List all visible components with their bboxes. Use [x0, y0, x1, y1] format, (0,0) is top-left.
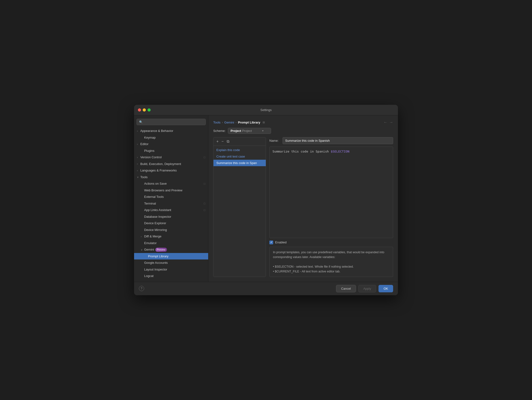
prompt-item-summarize[interactable]: Summarize this code in Span — [214, 160, 266, 166]
sidebar-item-external-tools[interactable]: External Tools — [134, 194, 208, 200]
sidebar-item-label: Emulator — [144, 241, 157, 246]
name-input[interactable] — [283, 137, 393, 144]
sidebar-item-label: Gemini — [144, 247, 154, 252]
scheme-light-value: Project — [242, 129, 252, 133]
search-input[interactable] — [144, 120, 203, 124]
right-panel: Tools › Gemini › Prompt Library ⊟ ← → Sc… — [209, 115, 398, 282]
preview-badge: Preview — [155, 248, 167, 252]
sidebar-item-label: Keymap — [144, 135, 156, 140]
sidebar-item-label: Actions on Save — [144, 181, 167, 186]
prompt-item-label: Summarize this code in Span — [216, 161, 257, 165]
breadcrumb-gemini[interactable]: Gemini — [224, 121, 234, 124]
sidebar-item-label: Device Explorer — [144, 221, 166, 226]
nav-forward-icon[interactable]: → — [389, 120, 393, 124]
remove-prompt-button[interactable]: − — [221, 139, 224, 144]
code-prefix: Summarize this code in Spanish — [272, 150, 331, 153]
sidebar-item-label: Languages & Frameworks — [140, 168, 177, 173]
sidebar-item-prompt-library[interactable]: Prompt Library □ — [134, 253, 208, 260]
copy-prompt-button[interactable]: ⧉ — [226, 139, 230, 144]
sidebar-item-database-inspector[interactable]: Database Inspector — [134, 213, 208, 220]
nav-back-icon[interactable]: ← — [384, 120, 387, 124]
sidebar-item-label: Google Accounts — [144, 260, 168, 265]
breadcrumb-tools[interactable]: Tools — [213, 121, 221, 124]
sidebar-item-label: Web Browsers and Preview — [144, 188, 182, 193]
scheme-bold-value: Project — [230, 129, 241, 133]
cancel-button[interactable]: Cancel — [336, 285, 356, 292]
sidebar-item-editor[interactable]: › Editor — [134, 141, 208, 147]
sidebar-item-app-links[interactable]: App Links Assistant □ — [134, 207, 208, 213]
sidebar-item-emulator[interactable]: Emulator — [134, 240, 208, 247]
sidebar-item-actions-on-save[interactable]: Actions on Save □ — [134, 180, 208, 187]
name-row: Name: — [269, 137, 393, 144]
code-variable: $SELECTION — [331, 150, 349, 153]
sidebar-item-version-control[interactable]: › Version Control □ — [134, 154, 208, 161]
sidebar-item-terminal[interactable]: Terminal □ — [134, 200, 208, 207]
scheme-label: Scheme: — [213, 129, 225, 133]
close-button[interactable] — [138, 108, 141, 112]
prompt-item-unit-test[interactable]: Create unit test case — [214, 153, 266, 160]
footer-left: ? — [139, 286, 144, 291]
sidebar-item-label: Terminal — [144, 201, 156, 206]
help-button[interactable]: ? — [139, 286, 144, 291]
breadcrumb-current: Prompt Library — [238, 121, 260, 124]
enabled-label: Enabled — [275, 241, 287, 244]
sidebar-item-device-explorer[interactable]: Device Explorer — [134, 220, 208, 227]
chevron-down-icon: ∨ — [141, 248, 144, 252]
breadcrumb: Tools › Gemini › Prompt Library ⊟ ← → — [213, 120, 393, 124]
sidebar-item-label: App Links Assistant — [144, 208, 171, 212]
sidebar-tree: › Appearance & Behavior Keymap › Editor … — [134, 127, 208, 282]
chevron-right-icon: › — [141, 235, 144, 238]
info-bullet-1: • $SELECTION - selected text. Whole file… — [273, 264, 390, 269]
scheme-row: Scheme: Project Project ▾ — [213, 128, 393, 134]
info-intro: In prompt templates, you can use predefi… — [273, 250, 390, 260]
page-icon: □ — [204, 254, 205, 258]
sidebar-item-logcat[interactable]: Logcat — [134, 273, 208, 279]
list-toolbar: + − ⧉ — [214, 137, 266, 146]
add-prompt-button[interactable]: + — [215, 139, 220, 144]
window-title: Settings — [260, 108, 272, 112]
code-editor[interactable]: Summarize this code in Spanish $SELECTIO… — [269, 146, 393, 238]
sidebar-item-label: Tools — [140, 175, 147, 180]
sidebar-item-diff-merge[interactable]: › Diff & Merge — [134, 233, 208, 240]
chevron-down-icon: ∨ — [137, 175, 140, 179]
page-icon: □ — [204, 182, 205, 186]
scheme-chevron-icon: ▾ — [262, 129, 264, 132]
chevron-right-icon: › — [137, 129, 140, 133]
info-box: In prompt templates, you can use predefi… — [269, 247, 393, 277]
prompt-list-panel: + − ⧉ Explain this code Create unit test… — [213, 137, 266, 277]
sidebar-item-device-mirroring[interactable]: Device Mirroring — [134, 227, 208, 233]
sidebar-item-layout-inspector[interactable]: Layout Inspector — [134, 266, 208, 273]
breadcrumb-sep-2: › — [235, 121, 236, 124]
minimize-button[interactable] — [143, 108, 146, 112]
apply-button[interactable]: Apply — [358, 285, 376, 292]
scheme-dropdown[interactable]: Project Project ▾ — [228, 128, 271, 134]
breadcrumb-nav: ← → — [384, 120, 393, 124]
page-icon: □ — [204, 155, 205, 159]
chevron-right-icon: › — [137, 162, 140, 166]
maximize-button[interactable] — [147, 108, 151, 112]
sidebar-item-gemini[interactable]: ∨ Gemini Preview — [134, 246, 208, 253]
sidebar-item-tools[interactable]: ∨ Tools — [134, 174, 208, 181]
sidebar-item-keymap[interactable]: Keymap — [134, 134, 208, 141]
sidebar-item-label: Logcat — [144, 274, 153, 279]
search-icon: 🔍 — [139, 120, 143, 124]
sidebar-item-build[interactable]: › Build, Execution, Deployment — [134, 161, 208, 167]
traffic-lights — [138, 108, 151, 112]
search-bar[interactable]: 🔍 — [136, 119, 206, 125]
enabled-checkbox[interactable] — [269, 241, 273, 244]
sidebar-item-plugins[interactable]: Plugins — [134, 147, 208, 154]
breadcrumb-sep-1: › — [222, 121, 223, 124]
page-icon: □ — [204, 201, 205, 205]
sidebar-item-languages[interactable]: › Languages & Frameworks — [134, 167, 208, 174]
sidebar-item-label: Layout Inspector — [144, 267, 167, 272]
name-label: Name: — [269, 139, 280, 142]
sidebar-item-appearance[interactable]: › Appearance & Behavior — [134, 127, 208, 134]
sidebar-item-label: Build, Execution, Deployment — [140, 162, 181, 166]
enabled-row: Enabled — [269, 241, 393, 244]
sidebar-item-label: Database Inspector — [144, 214, 171, 219]
ok-button[interactable]: OK — [379, 285, 393, 292]
sidebar-item-label: Version Control — [140, 155, 162, 160]
sidebar-item-google-accounts[interactable]: Google Accounts — [134, 260, 208, 266]
sidebar-item-web-browsers[interactable]: Web Browsers and Preview — [134, 187, 208, 194]
prompt-item-explain[interactable]: Explain this code — [214, 147, 266, 153]
